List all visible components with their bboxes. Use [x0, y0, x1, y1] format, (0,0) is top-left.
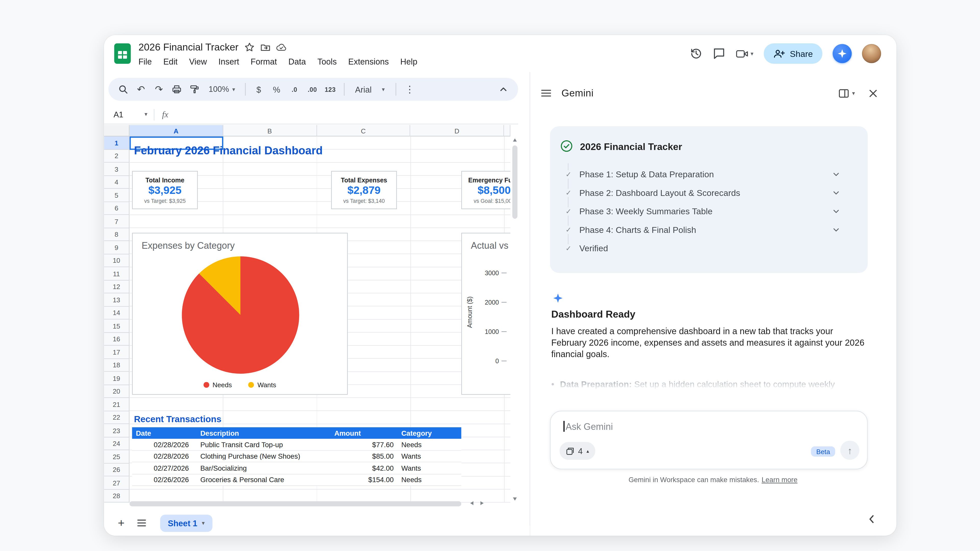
- scroll-down-icon[interactable]: [513, 497, 517, 501]
- chevron-down-icon[interactable]: [833, 228, 840, 232]
- table-row[interactable]: 02/26/2026Groceries & Personal Care$154.…: [132, 474, 461, 486]
- row-header-3[interactable]: 3: [104, 163, 130, 176]
- menu-format[interactable]: Format: [245, 56, 283, 68]
- menu-extensions[interactable]: Extensions: [342, 56, 395, 68]
- undo-icon[interactable]: ↶: [133, 81, 149, 98]
- row-header-18[interactable]: 18: [104, 359, 130, 372]
- row-header-8[interactable]: 8: [104, 228, 130, 241]
- cloud-status-icon[interactable]: [276, 42, 286, 52]
- font-select[interactable]: Arial ▾: [349, 81, 390, 98]
- row-header-2[interactable]: 2: [104, 149, 130, 162]
- move-folder-icon[interactable]: [260, 42, 270, 52]
- menu-view[interactable]: View: [183, 56, 213, 68]
- collapse-panel-icon[interactable]: [868, 515, 875, 524]
- chevron-down-icon[interactable]: [833, 172, 840, 177]
- row-header-4[interactable]: 4: [104, 176, 130, 189]
- task-step-3[interactable]: ✓Phase 3: Weekly Summaries Table: [550, 202, 868, 221]
- add-sheet-button[interactable]: +: [113, 515, 130, 531]
- decrease-decimal-button[interactable]: .0: [286, 81, 303, 98]
- avatar[interactable]: [862, 44, 881, 63]
- gemini-button[interactable]: [833, 44, 852, 63]
- task-step-4[interactable]: ✓Phase 4: Charts & Final Polish: [550, 221, 868, 239]
- collapse-toolbar-icon[interactable]: [495, 81, 512, 98]
- chevron-down-icon[interactable]: [833, 191, 840, 195]
- gemini-input-card[interactable]: Ask Gemini 4 ▴ Beta ↑: [550, 411, 868, 469]
- scroll-left-icon[interactable]: [470, 501, 474, 505]
- horizontal-scrollbar[interactable]: [130, 500, 511, 508]
- gemini-input[interactable]: Ask Gemini: [566, 421, 613, 431]
- column-header-b[interactable]: B: [223, 125, 317, 137]
- vertical-scroll-thumb[interactable]: [512, 145, 517, 219]
- row-header-12[interactable]: 12: [104, 280, 130, 293]
- scroll-up-icon[interactable]: [513, 138, 517, 142]
- menu-data[interactable]: Data: [283, 56, 312, 68]
- row-header-27[interactable]: 27: [104, 476, 130, 489]
- row-header-22[interactable]: 22: [104, 411, 130, 424]
- print-icon[interactable]: [169, 81, 185, 98]
- star-icon[interactable]: [244, 42, 255, 52]
- row-header-20[interactable]: 20: [104, 385, 130, 398]
- more-formats-button[interactable]: 123: [322, 81, 339, 98]
- scroll-right-icon[interactable]: [480, 501, 484, 505]
- sheet-tab-active[interactable]: Sheet 1 ▾: [160, 514, 212, 532]
- horizontal-scroll-thumb[interactable]: [130, 501, 461, 507]
- row-header-24[interactable]: 24: [104, 437, 130, 450]
- all-sheets-icon[interactable]: [134, 515, 150, 531]
- open-in-split-icon[interactable]: ▾: [838, 88, 855, 98]
- video-call-button[interactable]: ▾: [736, 47, 754, 60]
- row-header-11[interactable]: 11: [104, 267, 130, 280]
- row-header-15[interactable]: 15: [104, 320, 130, 333]
- column-header-c[interactable]: C: [317, 125, 410, 137]
- sheet-viewport[interactable]: February 2026 Financial Dashboard Total …: [130, 137, 511, 503]
- comments-icon[interactable]: [713, 47, 726, 60]
- pie-chart[interactable]: Expenses by Category NeedsWants: [132, 233, 348, 395]
- row-header-9[interactable]: 9: [104, 241, 130, 254]
- zoom-select[interactable]: 100% ▾: [204, 81, 240, 98]
- task-step-5[interactable]: ✓Verified: [550, 239, 868, 258]
- row-header-28[interactable]: 28: [104, 489, 130, 503]
- menu-file[interactable]: File: [133, 56, 158, 68]
- bar-chart-partial[interactable]: Actual vs Amount ($) 3000200010000: [461, 233, 511, 395]
- close-icon[interactable]: [869, 89, 877, 97]
- row-header-25[interactable]: 25: [104, 450, 130, 463]
- row-header-6[interactable]: 6: [104, 202, 130, 215]
- version-history-icon[interactable]: [690, 47, 703, 60]
- column-header-d[interactable]: D: [410, 125, 504, 137]
- menu-edit[interactable]: Edit: [158, 56, 183, 68]
- row-header-26[interactable]: 26: [104, 463, 130, 476]
- context-counter[interactable]: 4 ▴: [560, 442, 596, 460]
- row-header-14[interactable]: 14: [104, 306, 130, 319]
- table-row[interactable]: 02/28/2026Public Transit Card Top-up$77.…: [132, 439, 461, 451]
- chevron-down-icon[interactable]: [833, 209, 840, 214]
- table-row[interactable]: 02/27/2026Bar/Socializing$42.00Wants: [132, 462, 461, 474]
- sheets-logo-icon[interactable]: [114, 43, 131, 65]
- row-header-17[interactable]: 17: [104, 346, 130, 359]
- document-title[interactable]: 2026 Financial Tracker: [138, 41, 239, 53]
- name-box[interactable]: A1 ▾: [104, 110, 154, 119]
- vertical-scrollbar[interactable]: [512, 137, 518, 503]
- task-step-1[interactable]: ✓Phase 1: Setup & Data Preparation: [550, 165, 868, 184]
- column-header-a[interactable]: A: [130, 125, 223, 137]
- increase-decimal-button[interactable]: .00: [304, 81, 321, 98]
- menu-hamburger-icon[interactable]: [541, 89, 551, 97]
- row-header-23[interactable]: 23: [104, 424, 130, 437]
- menu-insert[interactable]: Insert: [213, 56, 245, 68]
- row-header-7[interactable]: 7: [104, 215, 130, 228]
- task-step-2[interactable]: ✓Phase 2: Dashboard Layout & Scorecards: [550, 184, 868, 202]
- search-icon[interactable]: [115, 81, 131, 98]
- redo-icon[interactable]: ↷: [151, 81, 167, 98]
- menu-tools[interactable]: Tools: [312, 56, 342, 68]
- row-header-16[interactable]: 16: [104, 333, 130, 346]
- send-button[interactable]: ↑: [840, 441, 859, 460]
- format-percent-button[interactable]: %: [268, 81, 285, 98]
- table-row[interactable]: 02/28/2026Clothing Purchase (New Shoes)$…: [132, 451, 461, 462]
- column-header-partial[interactable]: [504, 125, 511, 137]
- row-header-5[interactable]: 5: [104, 189, 130, 202]
- row-header-13[interactable]: 13: [104, 293, 130, 306]
- share-button[interactable]: Share: [764, 43, 822, 64]
- row-header-10[interactable]: 10: [104, 254, 130, 267]
- menu-help[interactable]: Help: [395, 56, 423, 68]
- row-header-21[interactable]: 21: [104, 398, 130, 411]
- row-header-1[interactable]: 1: [104, 137, 130, 149]
- more-options-icon[interactable]: ⋮: [401, 81, 418, 98]
